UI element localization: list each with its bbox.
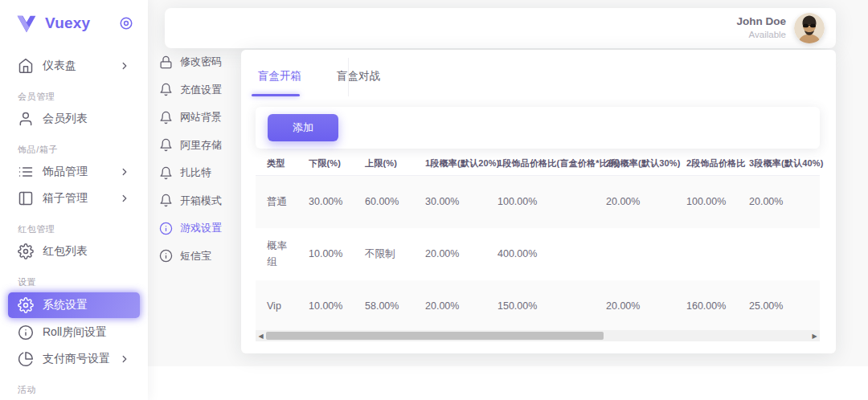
settings-menu-item-label: 网站背景 (180, 110, 222, 124)
table-cell: 10.00% (297, 228, 354, 280)
sidebar-item-label: 系统设置 (43, 298, 88, 312)
table-cell: 160.00% (675, 280, 738, 333)
horizontal-scrollbar: ◀ ▶ (256, 330, 820, 341)
tab-blindbox-open[interactable]: 盲盒开箱 (252, 69, 308, 97)
table-cell: 概率组 (256, 228, 297, 280)
nav-section-header: 饰品/箱子 (18, 144, 148, 156)
settings-menu-item[interactable]: 充值设置 (159, 76, 238, 104)
active-tab-underline (252, 94, 300, 96)
info-icon (159, 249, 173, 263)
sidebar: Vuexy 仪表盘会员管理会员列表饰品/箱子饰品管理箱子管理红包管理红包列表设置… (0, 0, 148, 400)
nav-section-header: 设置 (18, 276, 148, 288)
table-cell: 400.00% (486, 228, 595, 280)
table-header-cell: 2段概率(默认30%) (595, 153, 675, 176)
sidebar-item-label: 仪表盘 (43, 59, 76, 73)
settings-menu-item[interactable]: 修改密码 (159, 48, 238, 76)
sidebar-item[interactable]: 箱子管理 (0, 186, 140, 210)
table-row: 概率组10.00%不限制20.00%400.00% (256, 228, 820, 280)
user-status: Available (736, 29, 786, 40)
scroll-left-arrow-icon[interactable]: ◀ (256, 330, 266, 341)
settings-menu-item-label: 充值设置 (180, 83, 222, 97)
main-card: 盲盒开箱盲盒对战 添加 类型下限(%)上限(%)1段概率(默认20%)1段饰品价… (241, 50, 836, 353)
user-texts: John Doe Available (736, 15, 786, 40)
sidebar-nav: 仪表盘会员管理会员列表饰品/箱子饰品管理箱子管理红包管理红包列表设置系统设置Ro… (0, 47, 148, 396)
table-cell: 30.00% (414, 176, 486, 228)
gear-icon (18, 243, 34, 259)
sidebar-item[interactable]: 红包列表 (0, 239, 140, 263)
settings-menu-item[interactable]: 网站背景 (159, 104, 238, 132)
sidebar-item-label: 支付商号设置 (43, 352, 110, 366)
bell-icon (159, 83, 173, 96)
scroll-right-arrow-icon[interactable]: ▶ (809, 330, 820, 341)
toolbar-panel: 添加 (256, 107, 820, 149)
sidebar-item[interactable]: 饰品管理 (0, 160, 140, 184)
settings-menu-item[interactable]: 阿里存储 (159, 132, 238, 160)
settings-menu-item-label: 开箱模式 (180, 194, 222, 208)
menu-pin-toggle-icon[interactable] (119, 16, 133, 31)
scrollbar-track[interactable] (266, 330, 809, 341)
table-row: Vip10.00%58.00%20.00%150.00%20.00%160.00… (256, 280, 820, 333)
table-cell: 20.00% (595, 176, 675, 228)
lock-icon (159, 55, 173, 69)
bell-icon (159, 194, 173, 207)
list-icon (18, 164, 34, 180)
table-cell: 150.00% (486, 280, 595, 333)
sidebar-item[interactable]: 仪表盘 (0, 54, 140, 78)
scrollbar-thumb[interactable] (266, 332, 604, 340)
sidebar-item-label: 红包列表 (43, 244, 88, 259)
settings-menu-item-label: 阿里存储 (180, 138, 222, 153)
table-header-cell: 类型 (256, 153, 297, 176)
settings-menu-item-active[interactable]: 游戏设置 (159, 214, 238, 243)
bell-icon (159, 166, 173, 180)
sidebar-item[interactable]: Roll房间设置 (0, 320, 140, 345)
table-cell: 100.00% (486, 176, 595, 228)
settings-menu-item-label: 扎比特 (180, 165, 211, 180)
table-cell: 不限制 (354, 228, 414, 280)
table-cell: 20.00% (738, 176, 820, 228)
user-menu[interactable]: John Doe Available (736, 13, 825, 43)
settings-menu-item[interactable]: 扎比特 (159, 159, 238, 187)
user-name: John Doe (736, 15, 786, 29)
nav-section-header: 红包管理 (18, 223, 148, 235)
table-wrap: 类型下限(%)上限(%)1段概率(默认20%)1段饰品价格比(盲盒价格*比例)2… (256, 153, 820, 333)
top-header: John Doe Available (165, 8, 836, 48)
home-icon (18, 58, 34, 74)
app-root: Vuexy 仪表盘会员管理会员列表饰品/箱子饰品管理箱子管理红包管理红包列表设置… (0, 0, 868, 400)
pie-icon (18, 351, 34, 367)
table-header-cell: 2段饰品价格比 (675, 153, 738, 176)
table-header-cell: 3段概率(默认40%) (738, 153, 820, 176)
settings-menu-item[interactable]: 短信宝 (159, 243, 238, 271)
table-cell: 普通 (256, 176, 297, 228)
table-header-cell: 1段饰品价格比(盲盒价格*比例) (486, 153, 595, 176)
table-header-row: 类型下限(%)上限(%)1段概率(默认20%)1段饰品价格比(盲盒价格*比例)2… (256, 153, 820, 176)
sidebar-item[interactable]: 会员列表 (0, 107, 140, 131)
table-cell: 10.00% (297, 280, 354, 333)
settings-menu-item-label: 游戏设置 (180, 221, 222, 235)
info-icon (159, 222, 173, 235)
sidebar-item-label: 会员列表 (43, 112, 88, 126)
tab-blindbox-battle[interactable]: 盲盒对战 (330, 69, 387, 97)
table-cell: 58.00% (354, 280, 414, 333)
table-cell (675, 228, 738, 280)
tabs-divider (348, 58, 349, 96)
table-cell: 30.00% (297, 176, 354, 228)
chevron-icon (119, 166, 130, 178)
nav-section-header: 活动 (18, 384, 148, 396)
nav-section-header: 会员管理 (18, 91, 148, 103)
settings-menu-item-label: 修改密码 (180, 55, 222, 69)
sidebar-item[interactable]: 支付商号设置 (0, 347, 140, 371)
sidebar-item-label: 饰品管理 (43, 165, 88, 179)
table-header-cell: 1段概率(默认20%) (414, 153, 486, 176)
table-cell: 60.00% (354, 176, 414, 228)
table-cell (738, 228, 820, 280)
sidebar-item-active[interactable]: 系统设置 (8, 292, 140, 318)
avatar[interactable] (794, 13, 825, 43)
chevron-icon (119, 353, 130, 365)
table-header-cell: 下限(%) (297, 153, 354, 176)
add-button[interactable]: 添加 (268, 114, 338, 141)
table-cell: 20.00% (595, 280, 675, 333)
table-body: 普通30.00%60.00%30.00%100.00%20.00%100.00%… (256, 176, 820, 333)
settings-menu-item[interactable]: 开箱模式 (159, 187, 238, 215)
bell-icon (159, 138, 173, 152)
sidebar-item-label: 箱子管理 (43, 191, 88, 206)
